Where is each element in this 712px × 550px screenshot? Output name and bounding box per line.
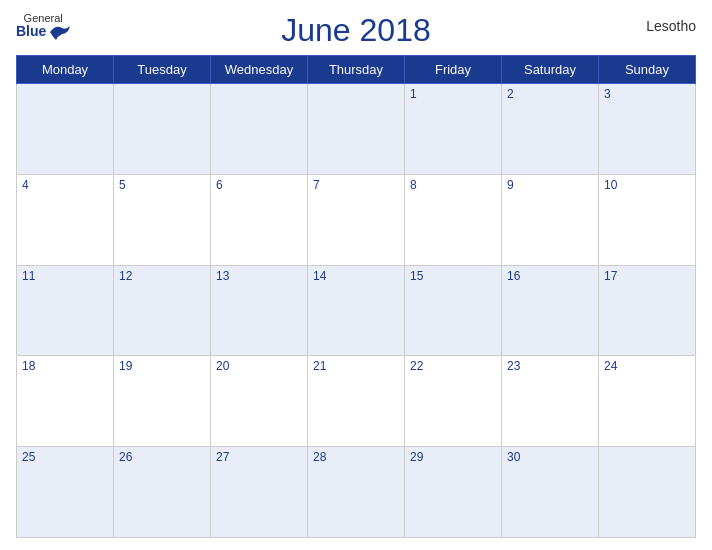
calendar-title: June 2018: [281, 12, 430, 49]
table-row: 14: [308, 265, 405, 356]
logo-general: General: [24, 12, 63, 24]
table-row: 6: [211, 174, 308, 265]
table-row: 9: [502, 174, 599, 265]
day-number: 22: [410, 359, 423, 373]
table-row: 16: [502, 265, 599, 356]
table-row: 12: [114, 265, 211, 356]
table-row: 25: [17, 447, 114, 538]
table-row: 13: [211, 265, 308, 356]
day-number: 8: [410, 178, 417, 192]
day-number: 30: [507, 450, 520, 464]
day-number: 29: [410, 450, 423, 464]
calendar-header: General Blue June 2018 Lesotho: [16, 12, 696, 49]
table-row: 2: [502, 84, 599, 175]
table-row: 26: [114, 447, 211, 538]
day-number: 7: [313, 178, 320, 192]
table-row: 22: [405, 356, 502, 447]
table-row: 17: [599, 265, 696, 356]
day-number: 23: [507, 359, 520, 373]
country-label: Lesotho: [646, 18, 696, 34]
table-row: 15: [405, 265, 502, 356]
day-number: 20: [216, 359, 229, 373]
table-row: 23: [502, 356, 599, 447]
table-row: 24: [599, 356, 696, 447]
day-number: 24: [604, 359, 617, 373]
day-number: 10: [604, 178, 617, 192]
table-row: 10: [599, 174, 696, 265]
col-friday: Friday: [405, 56, 502, 84]
table-row: [114, 84, 211, 175]
table-row: 8: [405, 174, 502, 265]
col-monday: Monday: [17, 56, 114, 84]
table-row: 18: [17, 356, 114, 447]
day-number: 17: [604, 269, 617, 283]
col-saturday: Saturday: [502, 56, 599, 84]
day-number: 19: [119, 359, 132, 373]
table-row: 19: [114, 356, 211, 447]
col-wednesday: Wednesday: [211, 56, 308, 84]
logo: General Blue: [16, 12, 70, 40]
day-number: 14: [313, 269, 326, 283]
day-number: 11: [22, 269, 35, 283]
day-number: 5: [119, 178, 126, 192]
table-row: 5: [114, 174, 211, 265]
day-number: 26: [119, 450, 132, 464]
table-row: 21: [308, 356, 405, 447]
day-number: 12: [119, 269, 132, 283]
table-row: 27: [211, 447, 308, 538]
logo-blue: Blue: [16, 24, 46, 39]
day-number: 6: [216, 178, 223, 192]
day-number: 18: [22, 359, 35, 373]
day-number: 2: [507, 87, 514, 101]
day-number: 15: [410, 269, 423, 283]
table-row: [308, 84, 405, 175]
day-number: 3: [604, 87, 611, 101]
logo-bird-icon: [48, 24, 70, 40]
calendar-table: Monday Tuesday Wednesday Thursday Friday…: [16, 55, 696, 538]
calendar-body: 1234567891011121314151617181920212223242…: [17, 84, 696, 538]
table-row: 29: [405, 447, 502, 538]
table-row: 30: [502, 447, 599, 538]
calendar-header-row: Monday Tuesday Wednesday Thursday Friday…: [17, 56, 696, 84]
table-row: 11: [17, 265, 114, 356]
day-number: 21: [313, 359, 326, 373]
table-row: 28: [308, 447, 405, 538]
col-sunday: Sunday: [599, 56, 696, 84]
day-number: 13: [216, 269, 229, 283]
col-thursday: Thursday: [308, 56, 405, 84]
table-row: [599, 447, 696, 538]
table-row: 20: [211, 356, 308, 447]
day-number: 27: [216, 450, 229, 464]
calendar-page: General Blue June 2018 Lesotho Monday Tu…: [0, 0, 712, 550]
day-number: 28: [313, 450, 326, 464]
table-row: 1: [405, 84, 502, 175]
table-row: [211, 84, 308, 175]
day-number: 4: [22, 178, 29, 192]
table-row: [17, 84, 114, 175]
table-row: 3: [599, 84, 696, 175]
day-number: 1: [410, 87, 417, 101]
day-number: 9: [507, 178, 514, 192]
table-row: 4: [17, 174, 114, 265]
table-row: 7: [308, 174, 405, 265]
col-tuesday: Tuesday: [114, 56, 211, 84]
day-number: 25: [22, 450, 35, 464]
day-number: 16: [507, 269, 520, 283]
